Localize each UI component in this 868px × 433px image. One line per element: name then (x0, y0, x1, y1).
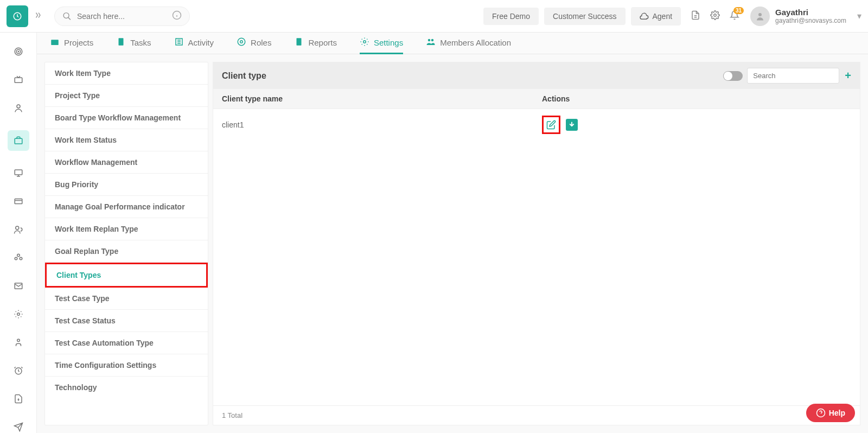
svg-point-29 (431, 39, 434, 41)
table-footer: 1 Total (213, 405, 860, 425)
settings-item-work-item-type[interactable]: Work Item Type (45, 62, 208, 85)
rail-monitor-icon[interactable] (12, 167, 25, 179)
svg-rect-26 (297, 38, 302, 46)
rail-team-icon[interactable] (12, 252, 25, 264)
agent-button[interactable]: Agent (631, 7, 681, 26)
settings-item-test-automation[interactable]: Test Case Automation Type (45, 332, 208, 354)
settings-item-client-types[interactable]: Client Types (45, 263, 208, 288)
svg-rect-21 (51, 40, 59, 45)
panel-search-input[interactable] (747, 68, 839, 84)
customer-success-button[interactable]: Customer Success (544, 8, 625, 25)
rail-mail-icon[interactable] (12, 280, 25, 292)
svg-point-14 (17, 254, 20, 257)
svg-point-3 (714, 14, 717, 16)
svg-point-7 (18, 51, 19, 52)
panel-title: Client type (222, 71, 266, 81)
settings-item-work-item-status[interactable]: Work Item Status (45, 129, 208, 151)
settings-sidebar: Work Item Type Project Type Board Type W… (44, 62, 208, 425)
cog-icon (360, 37, 369, 48)
settings-gear-icon[interactable] (710, 10, 720, 22)
rail-invoice-icon[interactable] (12, 393, 25, 405)
edit-button[interactable] (542, 116, 560, 134)
settings-item-test-case-type[interactable]: Test Case Type (45, 288, 208, 310)
svg-rect-22 (119, 38, 124, 46)
tab-tasks[interactable]: Tasks (116, 33, 151, 54)
tab-members[interactable]: Members Allocation (426, 33, 511, 54)
tab-roles[interactable]: Roles (237, 33, 271, 54)
svg-point-1 (63, 12, 69, 18)
tab-projects[interactable]: Projects (50, 33, 93, 54)
svg-point-16 (20, 257, 22, 260)
svg-point-4 (758, 13, 762, 16)
settings-item-project-type[interactable]: Project Type (45, 85, 208, 107)
global-search[interactable] (54, 7, 190, 26)
rail-target-icon[interactable] (12, 46, 25, 58)
tab-reports-label: Reports (308, 38, 337, 47)
svg-point-25 (238, 38, 245, 46)
svg-point-18 (17, 313, 20, 316)
settings-item-board-workflow[interactable]: Board Type Workflow Management (45, 107, 208, 129)
settings-item-test-case-status[interactable]: Test Case Status (45, 310, 208, 332)
tab-tasks-label: Tasks (130, 38, 151, 47)
settings-item-time-config[interactable]: Time Configuration Settings (45, 354, 208, 377)
document-icon[interactable] (691, 10, 700, 22)
help-icon (816, 408, 826, 418)
help-button[interactable]: Help (806, 404, 855, 422)
rail-gear-icon[interactable] (12, 308, 25, 320)
search-icon (62, 11, 72, 21)
svg-point-13 (15, 226, 18, 230)
rail-send-icon[interactable] (12, 421, 25, 433)
rail-card-icon[interactable] (12, 195, 25, 207)
svg-point-28 (428, 39, 431, 41)
clipboard-icon (116, 37, 126, 48)
agent-label: Agent (653, 12, 673, 21)
row-name: client1 (222, 120, 542, 129)
column-header-name: Client type name (222, 94, 542, 103)
archive-toggle[interactable] (723, 71, 743, 81)
list-icon (174, 37, 184, 48)
cloud-icon (640, 11, 649, 21)
rail-alarm-icon[interactable] (12, 365, 25, 377)
tab-settings[interactable]: Settings (360, 33, 403, 54)
sidebar-expand-toggle[interactable] (34, 10, 43, 22)
settings-item-goal-perf[interactable]: Manage Goal Performance indicator (45, 196, 208, 218)
rail-profile-icon[interactable] (12, 336, 25, 348)
search-input[interactable] (77, 12, 172, 21)
add-button[interactable]: + (845, 69, 851, 82)
tab-reports[interactable]: Reports (294, 33, 337, 54)
notification-badge: 31 (733, 7, 744, 14)
svg-rect-12 (15, 199, 22, 204)
gear-icon (237, 37, 246, 48)
rail-person-icon[interactable] (12, 102, 25, 114)
tab-activity[interactable]: Activity (174, 33, 214, 54)
tab-members-label: Members Allocation (440, 38, 511, 47)
rail-users-icon[interactable] (12, 224, 25, 235)
free-demo-button[interactable]: Free Demo (483, 8, 539, 25)
briefcase-icon (50, 37, 60, 48)
tab-roles-label: Roles (251, 38, 271, 47)
settings-item-replan-type[interactable]: Work Item Replan Type (45, 218, 208, 240)
tab-projects-label: Projects (64, 38, 93, 47)
settings-item-workflow-mgmt[interactable]: Workflow Management (45, 151, 208, 174)
rail-tv-icon[interactable] (12, 74, 25, 86)
svg-point-27 (363, 40, 366, 43)
svg-point-15 (15, 257, 17, 260)
notifications-icon[interactable]: 31 (730, 10, 739, 22)
svg-rect-10 (15, 138, 22, 144)
user-email: gayathri@snovasys.com (775, 17, 846, 24)
chevron-down-icon: ▾ (857, 11, 861, 21)
rail-briefcase-icon[interactable] (8, 130, 29, 151)
svg-point-19 (17, 339, 20, 342)
table-row: client1 (213, 109, 860, 141)
app-logo[interactable] (7, 5, 28, 27)
user-menu[interactable]: Gayathri gayathri@snovasys.com ▾ (750, 7, 861, 26)
user-name: Gayathri (775, 8, 846, 17)
people-icon (426, 37, 436, 48)
tab-settings-label: Settings (374, 38, 403, 47)
settings-item-goal-replan[interactable]: Goal Replan Type (45, 240, 208, 263)
settings-item-bug-priority[interactable]: Bug Priority (45, 174, 208, 196)
avatar (750, 7, 770, 26)
report-icon (294, 37, 304, 48)
archive-button[interactable] (566, 119, 578, 131)
settings-item-technology[interactable]: Technology (45, 377, 208, 398)
